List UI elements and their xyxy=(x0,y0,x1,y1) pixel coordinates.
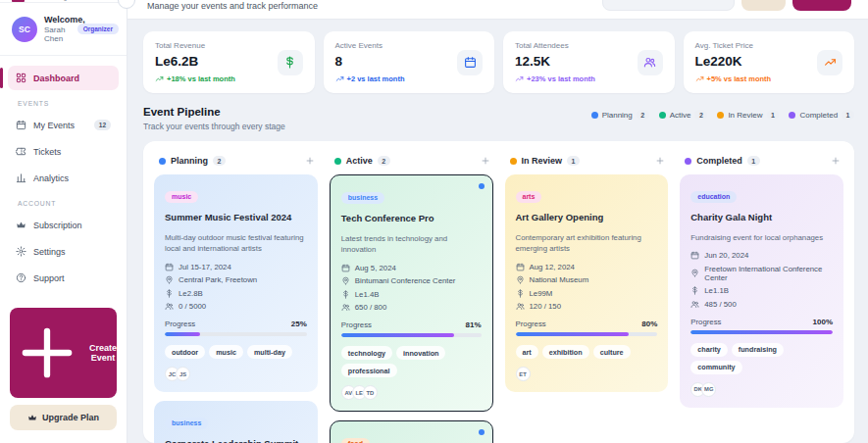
event-description: Contemporary art exhibition featuring em… xyxy=(516,232,658,255)
sidebar-item-label: Analytics xyxy=(33,173,69,183)
topbar-secondary-button[interactable] xyxy=(741,0,786,11)
event-card-summer-music-festival-2024[interactable]: musicSummer Music Festival 2024Multi-day… xyxy=(154,174,318,392)
stat-card-avg-ticket-price[interactable]: Avg. Ticket PriceLe220K+5% vs last month xyxy=(684,31,855,93)
pin-icon xyxy=(341,276,350,285)
add-card-button[interactable] xyxy=(831,156,841,166)
dollar-icon xyxy=(165,289,174,298)
trend-icon xyxy=(824,56,837,69)
event-card-corporate-leadership-summit[interactable]: businessCorporate Leadership Summit xyxy=(154,401,318,443)
add-card-button[interactable] xyxy=(655,156,665,166)
meta-budget-text: Le99M xyxy=(530,289,553,298)
upgrade-plan-button[interactable]: Upgrade Plan xyxy=(10,405,117,430)
progress-bar xyxy=(341,333,482,337)
search-input[interactable] xyxy=(602,0,735,11)
pin-icon xyxy=(165,275,174,284)
calendar-icon xyxy=(690,251,699,260)
column-header: In Review1 xyxy=(502,149,672,174)
team-avatars: DKMG xyxy=(690,382,833,397)
column-cards: educationCharity Gala NightFundraising e… xyxy=(677,174,846,408)
stat-card-total-attendees[interactable]: Total Attendees12.5K+23% vs last month xyxy=(503,31,675,93)
category-badge: business xyxy=(341,192,384,204)
sidebar-item-dashboard[interactable]: Dashboard xyxy=(8,66,119,90)
column-count: 1 xyxy=(567,156,580,166)
progress-bar-fill xyxy=(165,332,200,336)
meta-attendees-text: 485 / 500 xyxy=(704,300,737,309)
sidebar-item-support[interactable]: Support xyxy=(8,266,119,290)
pipeline-heading: Event Pipeline Track your events through… xyxy=(143,106,285,131)
chart-icon xyxy=(16,172,26,183)
event-meta: Aug 12, 2024National MuseumLe99M120 / 15… xyxy=(516,263,658,312)
meta-location-text: National Museum xyxy=(530,275,589,284)
trend-icon xyxy=(335,74,344,83)
column-count: 1 xyxy=(747,156,760,166)
add-card-button[interactable] xyxy=(305,156,315,166)
stats-row: Total RevenueLe6.2B+18% vs last monthAct… xyxy=(143,31,854,93)
sidebar-item-analytics[interactable]: Analytics xyxy=(8,166,119,190)
event-card-tech-conference-pro[interactable]: businessTech Conference ProLatest trends… xyxy=(330,174,493,412)
dollar-icon xyxy=(283,56,296,69)
meta-budget-text: Le1.4B xyxy=(355,290,380,299)
event-title: Tech Conference Pro xyxy=(341,213,482,223)
sidebar-item-my-events[interactable]: My Events12 xyxy=(8,113,119,137)
progress-value: 100% xyxy=(813,318,833,326)
sidebar-item-tickets[interactable]: Tickets xyxy=(8,139,119,164)
tag: charity xyxy=(690,343,728,357)
legend-item-completed: Completed1 xyxy=(789,110,854,120)
progress-value: 81% xyxy=(465,320,481,329)
event-tags: artexhibitionculture xyxy=(516,345,658,359)
users-icon xyxy=(341,303,350,312)
meta-budget: Le99M xyxy=(516,289,658,298)
status-dot xyxy=(717,112,724,119)
stat-delta: +18% vs last month xyxy=(155,74,303,83)
pipeline-legend: Planning2Active2In Review1Completed1 xyxy=(591,110,854,120)
stat-label: Total Attendees xyxy=(515,41,663,50)
sidebar-item-subscription[interactable]: Subscription xyxy=(8,213,119,237)
topbar-primary-button[interactable] xyxy=(792,0,851,11)
tag: fundraising xyxy=(732,343,784,357)
pipeline-column-in-review: In Review1artsArt Gallery OpeningContemp… xyxy=(502,149,672,435)
stat-card-active-events[interactable]: Active Events8+2 vs last month xyxy=(324,31,495,93)
category-badge: education xyxy=(690,191,737,203)
column-cards: artsArt Gallery OpeningContemporary art … xyxy=(502,174,672,392)
progress-row: Progress25% xyxy=(165,320,307,328)
status-dot xyxy=(159,158,166,165)
column-cards: businessTech Conference ProLatest trends… xyxy=(327,174,496,443)
meta-location: Central Park, Freetown xyxy=(165,275,307,284)
stat-card-total-revenue[interactable]: Total RevenueLe6.2B+18% vs last month xyxy=(143,31,315,93)
column-header: Active2 xyxy=(327,149,496,174)
tag: innovation xyxy=(396,346,445,360)
event-card-art-gallery-opening[interactable]: artsArt Gallery OpeningContemporary art … xyxy=(505,174,669,392)
pin-icon xyxy=(516,275,525,284)
sidebar-item-settings[interactable]: Settings xyxy=(8,239,119,264)
event-card-charity-gala-night[interactable]: educationCharity Gala NightFundraising e… xyxy=(680,174,843,408)
tag: community xyxy=(690,361,741,374)
sidebar-item-label: Subscription xyxy=(33,221,82,230)
nav-section-label: EVENTS xyxy=(18,100,111,107)
stat-icon-box xyxy=(278,50,303,75)
stat-delta-text: +23% vs last month xyxy=(527,74,595,83)
add-card-button[interactable] xyxy=(481,156,490,166)
trend-icon xyxy=(695,74,704,83)
event-meta: Aug 5, 2024Bintumani Conference CenterLe… xyxy=(341,264,482,313)
sidebar-item-label: Tickets xyxy=(33,147,61,157)
tag: exhibition xyxy=(542,345,589,359)
create-event-button[interactable]: Create Event xyxy=(10,308,117,398)
progress-bar-fill xyxy=(516,332,630,336)
event-card-local-food-festival[interactable]: foodLocal Food Festival xyxy=(330,420,493,443)
meta-attendees: 485 / 500 xyxy=(690,300,833,309)
stat-icon-box xyxy=(457,50,483,75)
event-title: Corporate Leadership Summit xyxy=(165,438,307,443)
column-count: 2 xyxy=(213,156,226,166)
trend-icon xyxy=(155,74,164,83)
trend-icon xyxy=(515,74,524,83)
category-badge: food xyxy=(341,438,370,443)
meta-date-text: Jul 15-17, 2024 xyxy=(179,263,231,271)
meta-attendees: 0 / 5000 xyxy=(165,302,307,311)
column-name: Active xyxy=(346,156,373,166)
team-avatar: JS xyxy=(176,367,190,381)
stat-delta: +23% vs last month xyxy=(515,74,663,83)
stat-delta: +5% vs last month xyxy=(695,74,843,83)
users-icon xyxy=(690,300,699,309)
pipeline-subtitle: Track your events through every stage xyxy=(143,122,285,131)
meta-budget: Le2.8B xyxy=(165,289,307,298)
